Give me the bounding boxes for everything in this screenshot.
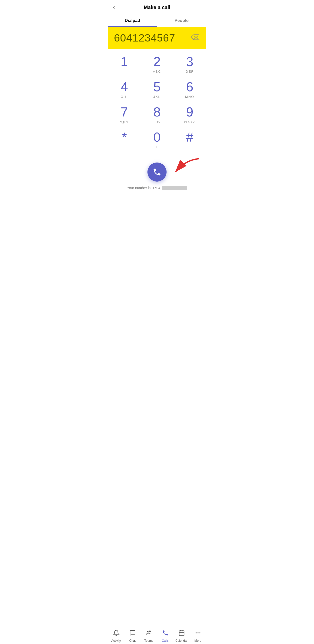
key-7[interactable]: 7 PQRS [112, 105, 137, 125]
phone-number-display: 6041234567 [114, 32, 175, 44]
key-star[interactable]: * [112, 130, 137, 150]
back-button[interactable]: ‹ [113, 4, 115, 11]
key-9[interactable]: 9 WXYZ [177, 105, 202, 125]
key-2[interactable]: 2 ABC [144, 54, 170, 74]
dialpad-row-2: 4 GHI 5 JKL 6 MNO [108, 79, 206, 100]
key-5[interactable]: 5 JKL [144, 79, 170, 100]
tab-dialpad[interactable]: Dialpad [108, 15, 157, 27]
call-button[interactable] [147, 163, 167, 182]
key-6[interactable]: 6 MNO [177, 79, 202, 100]
key-8[interactable]: 8 TUV [144, 105, 170, 125]
call-area: Your number is: 1604 [108, 160, 206, 195]
phone-icon [152, 168, 162, 177]
phone-input-area[interactable]: 6041234567 [108, 27, 206, 49]
your-number-label: Your number is: 1604 [127, 186, 187, 190]
tab-people[interactable]: People [157, 15, 206, 27]
key-1[interactable]: 1 [112, 54, 137, 74]
dialpad-row-1: 1 2 ABC 3 DEF [108, 54, 206, 74]
page-title: Make a call [144, 5, 170, 10]
backspace-button[interactable] [188, 33, 201, 44]
key-0[interactable]: 0 + [144, 130, 170, 150]
key-hash[interactable]: # [177, 130, 202, 150]
header: ‹ Make a call [108, 0, 206, 15]
tab-bar: Dialpad People [108, 15, 206, 27]
dialpad-row-3: 7 PQRS 8 TUV 9 WXYZ [108, 105, 206, 125]
number-redacted [162, 186, 187, 190]
dialpad-row-4: * 0 + # [108, 130, 206, 150]
key-4[interactable]: 4 GHI [112, 79, 137, 100]
dialpad: 1 2 ABC 3 DEF 4 GHI 5 JKL 6 [108, 49, 206, 160]
key-3[interactable]: 3 DEF [177, 54, 202, 74]
